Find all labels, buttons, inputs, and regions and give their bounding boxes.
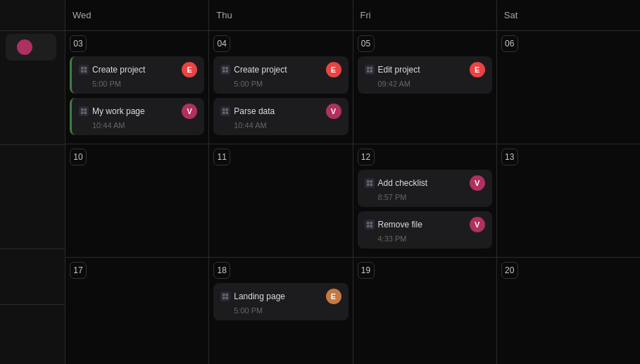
- day-cell-wed-10: 10: [65, 144, 209, 257]
- day-number-thu-18: 18: [213, 262, 230, 279]
- event-time-e3: 5:00 PM: [220, 80, 341, 88]
- svg-rect-30: [222, 297, 225, 300]
- day-cell-sat-06: 06: [497, 31, 640, 144]
- svg-rect-20: [367, 180, 370, 183]
- event-title-row-e1: Create project: [79, 65, 179, 75]
- event-title-row-e6: Add checklist: [365, 178, 467, 188]
- day-number-sat-06: 06: [501, 35, 518, 52]
- event-card-e3[interactable]: Create projectE5:00 PM: [213, 56, 348, 94]
- event-icon-e1: [79, 65, 89, 75]
- day-number-wed-03: 03: [70, 35, 87, 52]
- event-title-row-e8: Landing page: [220, 291, 322, 301]
- svg-rect-13: [226, 108, 229, 111]
- day-cell-wed-03: 03Create projectE5:00 PMMy work pageV10:…: [65, 31, 209, 144]
- event-title-e7: Remove file: [378, 220, 422, 230]
- event-header-e7: Remove fileV: [365, 217, 485, 232]
- day-cell-thu-18: 18Landing pageE5:00 PM: [209, 258, 353, 364]
- day-cell-fri-19: 19: [353, 258, 497, 364]
- event-title-e4: Parse data: [234, 106, 275, 116]
- svg-rect-5: [84, 108, 87, 111]
- event-icon-e5: [365, 65, 375, 75]
- svg-rect-28: [222, 294, 225, 296]
- event-header-e5: Edit projectE: [365, 62, 485, 77]
- day-number-thu-11: 11: [213, 149, 230, 165]
- svg-rect-10: [222, 70, 225, 73]
- sidebar-cell-row2: [0, 145, 65, 249]
- svg-rect-29: [226, 294, 229, 296]
- svg-rect-22: [367, 184, 370, 187]
- event-avatar-e7: V: [470, 217, 485, 232]
- day-number-fri-19: 19: [358, 262, 375, 279]
- svg-rect-8: [222, 67, 225, 70]
- event-card-e2[interactable]: My work pageV10:44 AM: [70, 98, 204, 135]
- sidebar-column: [0, 0, 65, 364]
- svg-rect-6: [81, 112, 84, 115]
- day-cell-wed-17: 17: [65, 258, 209, 364]
- svg-rect-11: [226, 70, 229, 73]
- svg-rect-3: [84, 70, 87, 73]
- event-time-e1: 5:00 PM: [79, 80, 197, 88]
- event-time-e8: 5:00 PM: [220, 306, 341, 315]
- sidebar-header: [0, 0, 65, 31]
- sidebar-task-item[interactable]: [6, 34, 56, 61]
- day-cell-sat-13: 13: [497, 144, 640, 257]
- event-card-e7[interactable]: Remove fileV4:33 PM: [358, 211, 492, 249]
- event-avatar-e3: E: [326, 62, 341, 77]
- day-cell-fri-05: 05Edit projectE09:42 AM: [353, 31, 497, 144]
- event-header-e4: Parse dataV: [220, 103, 341, 119]
- weeks-area: 03Create projectE5:00 PMMy work pageV10:…: [65, 31, 640, 364]
- day-number-fri-12: 12: [358, 149, 375, 165]
- day-header-fri: Fri: [353, 0, 497, 30]
- event-card-e1[interactable]: Create projectE5:00 PM: [70, 56, 204, 94]
- svg-rect-18: [367, 70, 370, 73]
- svg-rect-4: [81, 108, 84, 111]
- day-cell-fri-12: 12Add checklistV8:57 PMRemove fileV4:33 …: [353, 144, 497, 257]
- svg-rect-17: [370, 67, 372, 70]
- event-time-e7: 4:33 PM: [365, 234, 485, 243]
- event-time-e4: 10:44 AM: [220, 121, 341, 130]
- svg-rect-21: [370, 180, 372, 183]
- day-header-wed: Wed: [65, 0, 209, 30]
- event-avatar-e5: E: [470, 62, 485, 77]
- sidebar-cell-row1: [0, 31, 65, 145]
- grid-area: WedThuFriSat 03Create projectE5:00 PMMy …: [65, 0, 640, 364]
- event-header-e3: Create projectE: [220, 62, 341, 77]
- event-title-row-e4: Parse data: [220, 106, 322, 116]
- event-icon-e3: [220, 65, 230, 75]
- event-card-e5[interactable]: Edit projectE09:42 AM: [358, 56, 492, 94]
- svg-rect-19: [370, 70, 372, 73]
- svg-rect-2: [81, 70, 84, 73]
- day-number-wed-10: 10: [70, 149, 87, 165]
- svg-rect-12: [222, 108, 225, 111]
- event-time-e6: 8:57 PM: [365, 193, 485, 201]
- event-avatar-e4: V: [326, 103, 341, 119]
- day-header-sat: Sat: [497, 0, 640, 30]
- day-headers: WedThuFriSat: [65, 0, 640, 31]
- day-cell-sat-20: 20: [497, 258, 640, 364]
- event-icon-e6: [365, 178, 375, 188]
- event-title-row-e5: Edit project: [365, 65, 467, 75]
- svg-rect-27: [370, 225, 372, 228]
- svg-rect-26: [367, 225, 370, 228]
- event-icon-e2: [79, 106, 89, 116]
- day-header-thu: Thu: [209, 0, 353, 30]
- event-icon-e4: [220, 106, 230, 116]
- event-title-row-e3: Create project: [220, 65, 322, 75]
- event-title-e5: Edit project: [378, 65, 420, 75]
- svg-rect-16: [367, 67, 370, 70]
- event-icon-e7: [365, 220, 375, 230]
- event-card-e6[interactable]: Add checklistV8:57 PM: [358, 170, 492, 207]
- event-card-e8[interactable]: Landing pageE5:00 PM: [213, 283, 348, 320]
- svg-rect-7: [84, 112, 87, 115]
- svg-rect-25: [370, 222, 372, 225]
- week-row-week3: 1718Landing pageE5:00 PM1920: [65, 258, 640, 364]
- svg-rect-9: [226, 67, 229, 70]
- svg-rect-23: [370, 184, 372, 187]
- event-avatar-e8: E: [326, 289, 341, 304]
- event-time-e5: 09:42 AM: [365, 80, 485, 88]
- day-number-sat-13: 13: [501, 149, 518, 165]
- event-title-row-e7: Remove file: [365, 220, 467, 230]
- day-cell-thu-04: 04Create projectE5:00 PMParse dataV10:44…: [209, 31, 353, 144]
- event-title-e1: Create project: [92, 65, 145, 75]
- event-card-e4[interactable]: Parse dataV10:44 AM: [213, 98, 348, 135]
